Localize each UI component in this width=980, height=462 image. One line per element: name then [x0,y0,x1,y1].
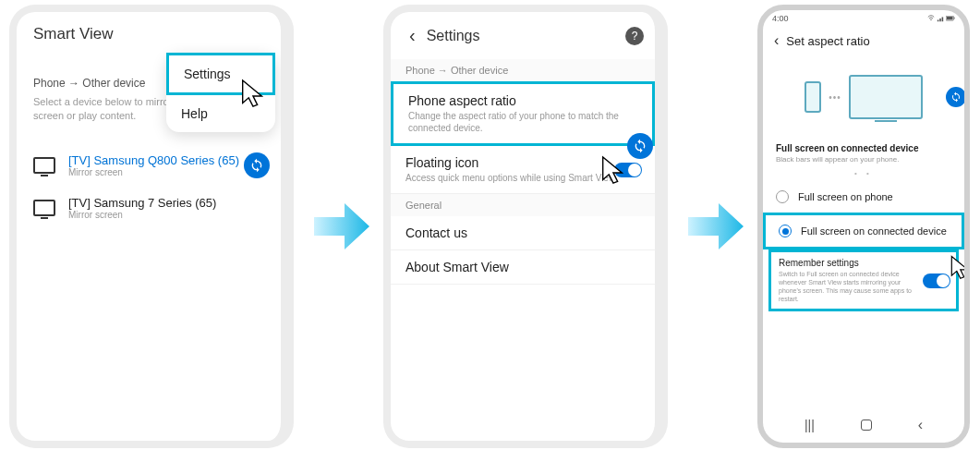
device-name: [TV] Samsung 7 Series (65) [68,196,216,210]
cursor-icon [948,255,970,283]
radio-fullscreen-phone[interactable]: Full screen on phone [763,181,964,213]
tv-icon [33,157,55,174]
phone-screen-2: ‹ Settings ? Phone → Other device Phone … [383,5,668,448]
header: Smart View [17,12,281,56]
page-title: Set aspect ratio [786,34,869,48]
refresh-icon[interactable] [244,152,270,178]
device-item[interactable]: [TV] Samsung Q800 Series (65) Mirror scr… [17,144,281,187]
radio-selected-icon [779,225,792,237]
device-name: [TV] Samsung Q800 Series (65) [68,153,239,167]
setting-about[interactable]: About Smart View [391,250,655,285]
svg-rect-2 [954,18,955,19]
navigation-bar: ||| ‹ [763,413,964,437]
back-icon[interactable]: ‹ [772,32,780,49]
cursor-icon [238,79,266,112]
header: ‹ Settings ? [391,12,655,59]
setting-contact-us[interactable]: Contact us [391,216,655,250]
section-label: General [391,194,655,216]
illustration-dots: ••• [829,92,841,103]
svg-rect-1 [947,17,953,19]
nav-recent-icon[interactable]: ||| [805,418,815,432]
status-time: 4:00 [772,14,789,23]
nav-home-icon[interactable] [861,419,872,431]
device-sub: Mirror screen [68,167,239,177]
page-title: Settings [427,28,625,44]
refresh-icon[interactable] [627,133,653,159]
radio-icon [776,190,789,203]
phone-screen-3: 4:00 ‹ Set aspect ratio ••• Full screen … [757,5,970,448]
arrow-icon [309,194,374,259]
device-list: [TV] Samsung Q800 Series (65) Mirror scr… [17,144,281,229]
page-indicator: • • [776,169,951,177]
status-bar: 4:00 [763,10,964,27]
help-icon[interactable]: ? [625,27,644,45]
phone-screen-1: Smart View Settings Help Phone → Other d… [9,5,294,448]
app-title: Smart View [33,25,114,43]
nav-back-icon[interactable]: ‹ [918,417,923,433]
tv-icon [33,200,55,216]
battery-icon [946,16,955,21]
section-label: Phone → Other device [391,59,655,81]
device-item[interactable]: [TV] Samsung 7 Series (65) Mirror screen [17,187,281,229]
arrow-icon [684,194,748,259]
wifi-icon [927,15,935,22]
signal-icon [937,15,944,22]
header: ‹ Set aspect ratio [763,27,964,55]
refresh-icon[interactable] [946,87,966,107]
back-icon[interactable]: ‹ [402,25,423,46]
cursor-icon [599,155,626,188]
illustration-tv-icon [849,75,923,119]
device-sub: Mirror screen [68,210,216,220]
illustration-phone-icon [805,81,821,113]
setting-aspect-ratio[interactable]: Phone aspect ratio Change the aspect rat… [391,81,655,146]
toggle-on[interactable] [923,274,950,288]
status-icons [927,15,955,22]
radio-fullscreen-device[interactable]: Full screen on connected device [763,213,964,249]
illustration: ••• [763,55,964,140]
remember-settings[interactable]: Remember settings Switch to Full screen … [768,249,959,311]
preview-section: Full screen on connected device Black ba… [763,140,964,181]
